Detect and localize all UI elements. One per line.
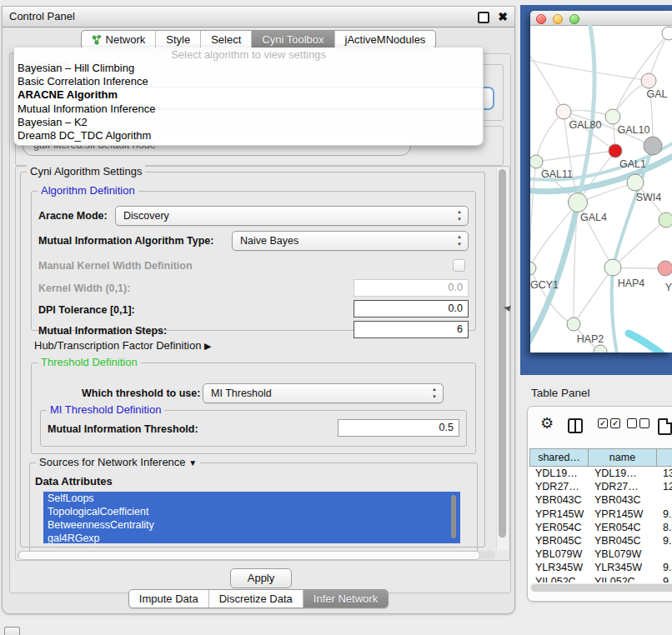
network-node[interactable] — [659, 212, 672, 228]
dropdown-option-dream8-dc-tdc-algorithm[interactable]: Dream8 DC_TDC Algorithm — [14, 129, 483, 142]
scrollbar-thumb[interactable] — [18, 551, 480, 560]
which-threshold-combo[interactable]: MI Threshold ▲▼ — [203, 383, 444, 403]
tab-network[interactable]: Network — [82, 31, 156, 48]
select-all-checkboxes-icon[interactable]: ✓✓ — [598, 418, 620, 428]
network-node-gal11[interactable] — [530, 155, 543, 168]
network-node-y[interactable] — [658, 261, 672, 276]
network-node-gal4[interactable] — [569, 193, 588, 212]
network-node-swi4[interactable] — [627, 174, 644, 191]
attribute-item-betweennesscentrality[interactable]: BetweennessCentrality — [43, 518, 460, 532]
network-node-gal80[interactable] — [556, 104, 571, 119]
network-edge[interactable] — [530, 58, 649, 81]
table-row[interactable]: YIL052CYIL052C9 — [529, 575, 672, 583]
table-panel-title: Table Panel — [531, 387, 590, 399]
network-edge[interactable] — [574, 268, 613, 324]
corner-grip[interactable] — [4, 627, 20, 635]
table-cell: YBR045C — [589, 534, 657, 548]
table-row[interactable]: YDR27…YDR27…12 — [529, 480, 672, 493]
apply-button[interactable]: Apply — [230, 568, 292, 588]
bottom-tabbar: Impute DataDiscretize DataInfer Network — [3, 589, 514, 608]
tab-label: jActiveMNodules — [345, 31, 426, 48]
table-header-row: shared…nameA — [529, 448, 672, 467]
network-edge[interactable] — [536, 112, 564, 162]
scrollbar-thumb[interactable] — [531, 584, 672, 592]
kernel-width-field[interactable]: 0.0 — [354, 279, 469, 297]
hub-definition-expander[interactable]: Hub/Transcription Factor Definition ▶ — [34, 339, 211, 352]
manual-kernel-checkbox[interactable] — [453, 259, 465, 272]
network-canvas[interactable]: GALGAL80GAL10GAL1GAL11SWI4GAL4GCY1HAP4YH… — [530, 25, 672, 352]
horizontal-scrollbar[interactable] — [17, 551, 495, 559]
expanded-triangle-icon: ▼ — [188, 458, 197, 468]
node-label-gal10: GAL10 — [618, 124, 650, 136]
node-label-gal1: GAL1 — [619, 158, 646, 170]
mi-threshold-field[interactable]: 0.5 — [338, 419, 459, 437]
table-cell: YLR345W — [589, 561, 657, 574]
table-cell: 9. — [657, 534, 672, 548]
column-header-a[interactable]: A — [657, 448, 672, 467]
dropdown-option-basic-correlation-inference[interactable]: Basic Correlation Inference — [14, 75, 483, 88]
dropdown-option-bayesian-hill-climbing[interactable]: Bayesian – Hill Climbing — [14, 62, 483, 75]
tab-cyni-toolbox[interactable]: Cyni Toolbox — [251, 31, 333, 48]
table-row[interactable]: YBR043CYBR043C — [529, 493, 672, 507]
list-scrollbar[interactable] — [451, 495, 456, 538]
tab-discretize-data[interactable]: Discretize Data — [208, 590, 303, 608]
table-cell: YPR145W — [589, 508, 657, 521]
table-row[interactable]: YPR145WYPR145W9. — [529, 508, 672, 521]
network-node-hap2[interactable] — [567, 318, 580, 331]
table-row[interactable]: YLR345WYLR345W9. — [529, 561, 672, 574]
dropdown-option-aracne-algorithm[interactable]: ARACNE Algorithm — [14, 88, 483, 102]
table-row[interactable]: YBR045CYBR045C9. — [529, 534, 672, 548]
network-node[interactable] — [594, 345, 607, 352]
tab-impute-data[interactable]: Impute Data — [129, 590, 208, 608]
table-row[interactable]: YDL19…YDL19…13 — [529, 467, 672, 480]
network-node-gcy1[interactable] — [530, 262, 536, 275]
scrollbar-thumb[interactable] — [499, 169, 506, 538]
network-edge[interactable] — [536, 151, 615, 162]
column-header-shared[interactable]: shared… — [529, 448, 589, 467]
tab-style[interactable]: Style — [155, 31, 200, 48]
mi-steps-field[interactable]: 6 — [354, 321, 469, 338]
tab-select[interactable]: Select — [200, 31, 251, 48]
aracne-mode-combo[interactable]: Discovery ▲▼ — [115, 206, 469, 226]
network-node-gal[interactable] — [641, 73, 656, 88]
deselect-all-checkboxes-icon[interactable] — [627, 418, 649, 428]
float-window-icon[interactable] — [478, 12, 489, 23]
mi-threshold-label: Mutual Information Threshold: — [48, 423, 198, 435]
network-node-gal10[interactable] — [605, 109, 620, 124]
column-split-icon[interactable] — [568, 418, 583, 433]
close-traffic-light-icon[interactable] — [536, 14, 546, 24]
network-window: GALGAL80GAL10GAL1GAL11SWI4GAL4GCY1HAP4YH… — [530, 11, 672, 352]
table-cell: YPR145W — [529, 508, 589, 521]
network-edge[interactable] — [530, 40, 564, 112]
combo-arrows-icon: ▲▼ — [457, 233, 462, 248]
attribute-item-gal4rgexp[interactable]: gal4RGexp — [43, 532, 460, 543]
tab-jactivemnodules[interactable]: jActiveMNodules — [334, 31, 436, 48]
attribute-item-selfloops[interactable]: SelfLoops — [43, 492, 460, 505]
network-node[interactable] — [644, 137, 662, 155]
dropdown-option-bayesian-k2[interactable]: Bayesian – K2 — [14, 116, 483, 129]
table-horizontal-scrollbar[interactable] — [530, 583, 672, 592]
network-node-gal1[interactable] — [609, 144, 622, 158]
table-row[interactable]: YER054CYER054C8. — [529, 521, 672, 534]
zoom-traffic-light-icon[interactable] — [569, 14, 579, 24]
close-icon[interactable]: ✖ — [498, 8, 508, 26]
network-node-hap4[interactable] — [604, 259, 621, 276]
network-node[interactable] — [662, 27, 672, 40]
dpi-tolerance-field[interactable]: 0.0 — [354, 300, 469, 318]
network-edge-highlighted[interactable] — [629, 333, 672, 352]
node-label-swi4: SWI4 — [636, 192, 662, 203]
which-threshold-label: Which threshold to use: — [82, 388, 200, 399]
mi-type-combo[interactable]: Naive Bayes ▲▼ — [232, 231, 469, 251]
attribute-item-topologicalcoefficient[interactable]: TopologicalCoefficient — [43, 505, 460, 518]
minimize-traffic-light-icon[interactable] — [553, 14, 563, 24]
collapsed-triangle-icon: ▶ — [204, 341, 211, 351]
table-row[interactable]: YBL079WYBL079W — [529, 548, 672, 561]
vertical-scrollbar[interactable] — [496, 168, 509, 550]
tab-infer-network[interactable]: Infer Network — [303, 590, 388, 608]
data-attributes-list[interactable]: SelfLoopsTopologicalCoefficientBetweenne… — [43, 492, 460, 543]
dropdown-placeholder: Select algorithm to view settings — [14, 48, 483, 62]
dropdown-option-mutual-information-inference[interactable]: Mutual Information Inference — [14, 102, 483, 116]
gear-icon[interactable]: ⚙ — [540, 416, 554, 431]
document-icon[interactable] — [658, 418, 672, 435]
column-header-name[interactable]: name — [589, 448, 657, 467]
